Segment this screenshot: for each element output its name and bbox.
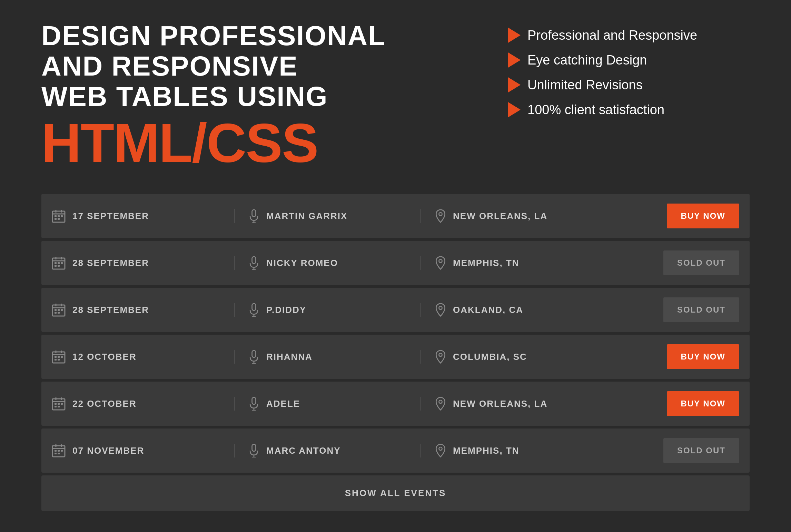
date-cell: 07 NOVEMBER xyxy=(52,444,213,457)
svg-point-12 xyxy=(439,213,442,216)
svg-rect-70 xyxy=(58,450,60,452)
sold-out-button: SOLD OUT xyxy=(663,297,739,322)
feature-item-3: Unlimited Revisions xyxy=(508,77,750,92)
microphone-icon xyxy=(248,397,259,411)
svg-rect-34 xyxy=(58,312,60,314)
buy-button[interactable]: BUY NOW xyxy=(667,391,739,416)
svg-rect-59 xyxy=(55,406,57,407)
action-cell: SOLD OUT xyxy=(615,428,750,473)
svg-rect-71 xyxy=(61,450,63,452)
svg-rect-6 xyxy=(61,215,63,217)
location-text: COLUMBIA, SC xyxy=(453,352,527,362)
feature-item-2: Eye catching Design xyxy=(508,52,750,68)
buy-button[interactable]: BUY NOW xyxy=(667,344,739,369)
location-cell: NEW ORLEANS, LA xyxy=(421,209,605,223)
arrow-icon-4 xyxy=(508,102,521,117)
action-cell: BUY NOW xyxy=(615,194,750,238)
svg-rect-47 xyxy=(58,359,60,361)
svg-rect-73 xyxy=(58,453,60,454)
table-row: 17 SEPTEMBER MARTIN GARRIX xyxy=(41,194,750,238)
location-text: MEMPHIS, TN xyxy=(453,258,519,268)
svg-rect-30 xyxy=(55,309,57,311)
svg-rect-18 xyxy=(58,262,60,264)
calendar-icon xyxy=(52,350,66,364)
title-line1: DESIGN PROFESSIONAL xyxy=(41,20,386,51)
svg-rect-22 xyxy=(252,257,256,264)
calendar-icon xyxy=(52,303,66,317)
buy-button[interactable]: BUY NOW xyxy=(667,204,739,228)
svg-rect-43 xyxy=(55,356,57,358)
date-cell: 28 SEPTEMBER xyxy=(52,256,213,270)
hero-section: DESIGN PROFESSIONAL AND RESPONSIVE WEB T… xyxy=(41,21,750,170)
feature-text-2: Eye catching Design xyxy=(527,53,647,68)
svg-rect-21 xyxy=(58,265,60,267)
location-icon xyxy=(435,256,446,270)
artist-text: MARTIN GARRIX xyxy=(266,211,347,221)
artist-cell: RIHANNA xyxy=(234,350,400,364)
microphone-icon xyxy=(248,209,259,223)
location-cell: MEMPHIS, TN xyxy=(421,444,605,457)
artist-cell: NICKY ROMEO xyxy=(234,256,400,270)
artist-cell: ADELE xyxy=(234,397,400,411)
calendar-icon xyxy=(52,397,66,411)
svg-rect-9 xyxy=(252,210,256,217)
feature-text-3: Unlimited Revisions xyxy=(527,78,643,92)
location-icon xyxy=(435,397,446,411)
svg-rect-72 xyxy=(55,453,57,454)
action-cell: SOLD OUT xyxy=(615,241,750,285)
svg-rect-4 xyxy=(55,215,57,217)
arrow-icon-1 xyxy=(508,28,521,43)
feature-text-1: Professional and Responsive xyxy=(527,28,697,43)
location-text: NEW ORLEANS, LA xyxy=(453,398,547,409)
hero-title: DESIGN PROFESSIONAL AND RESPONSIVE WEB T… xyxy=(41,21,487,112)
location-text: NEW ORLEANS, LA xyxy=(453,211,547,221)
feature-item-4: 100% client satisfaction xyxy=(508,102,750,117)
action-cell: BUY NOW xyxy=(615,382,750,426)
artist-text: NICKY ROMEO xyxy=(266,258,338,268)
svg-point-77 xyxy=(439,447,442,450)
svg-rect-56 xyxy=(55,403,57,405)
sold-out-button: SOLD OUT xyxy=(663,438,739,463)
artist-cell: MARTIN GARRIX xyxy=(234,209,400,223)
microphone-icon xyxy=(248,303,259,317)
artist-text: P.DIDDY xyxy=(266,305,306,315)
date-text: 17 SEPTEMBER xyxy=(72,211,149,221)
svg-rect-44 xyxy=(58,356,60,358)
artist-text: MARC ANTONY xyxy=(266,445,341,456)
svg-rect-74 xyxy=(252,444,256,451)
svg-rect-20 xyxy=(55,265,57,267)
svg-rect-5 xyxy=(58,215,60,217)
svg-rect-19 xyxy=(61,262,63,264)
date-cell: 17 SEPTEMBER xyxy=(52,209,213,223)
svg-rect-31 xyxy=(58,309,60,311)
title-line3: WEB TABLES USING xyxy=(41,81,328,112)
location-icon xyxy=(435,303,446,317)
calendar-icon xyxy=(52,256,66,270)
svg-rect-7 xyxy=(55,218,57,220)
svg-rect-45 xyxy=(61,356,63,358)
hero-left: DESIGN PROFESSIONAL AND RESPONSIVE WEB T… xyxy=(41,21,508,170)
table-row: 12 OCTOBER RIHANNA xyxy=(41,335,750,379)
location-text: MEMPHIS, TN xyxy=(453,445,519,456)
svg-rect-32 xyxy=(61,309,63,311)
action-cell: SOLD OUT xyxy=(615,288,750,332)
location-cell: NEW ORLEANS, LA xyxy=(421,397,605,411)
location-icon xyxy=(435,350,446,364)
arrow-icon-2 xyxy=(508,52,521,68)
table-section: 17 SEPTEMBER MARTIN GARRIX xyxy=(41,191,750,514)
hero-tech-title: HTML/CSS xyxy=(41,115,487,170)
location-cell: MEMPHIS, TN xyxy=(421,256,605,270)
location-icon xyxy=(435,209,446,223)
svg-point-51 xyxy=(439,353,442,356)
action-cell: BUY NOW xyxy=(615,335,750,379)
show-all-button[interactable]: SHOW ALL EVENTS xyxy=(345,488,446,499)
location-text: OAKLAND, CA xyxy=(453,305,523,315)
table-row: 28 SEPTEMBER P.DIDDY xyxy=(41,288,750,332)
svg-rect-46 xyxy=(55,359,57,361)
svg-rect-61 xyxy=(252,397,256,404)
microphone-icon xyxy=(248,256,259,270)
svg-rect-58 xyxy=(61,403,63,405)
sold-out-button: SOLD OUT xyxy=(663,250,739,275)
svg-point-25 xyxy=(439,259,442,263)
microphone-icon xyxy=(248,350,259,364)
